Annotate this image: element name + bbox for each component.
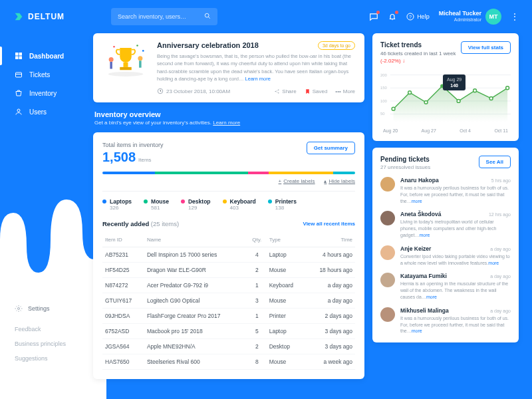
topbar: DELTUM ? Help Micheal Tucker Administrat… [0,0,532,33]
svg-point-2 [392,19,393,20]
saved-button[interactable]: Saved [305,88,328,94]
svg-point-35 [392,107,395,110]
search-box[interactable] [111,8,217,25]
sidebar-item-tickets[interactable]: Tickets [0,65,93,84]
sidebar-item-dashboard[interactable]: Dashboard [0,47,93,65]
get-summary-button[interactable]: Get summary [307,142,355,154]
sidebar-item-settings[interactable]: Settings [15,301,78,317]
svg-point-24 [275,90,277,92]
search-input[interactable] [118,13,204,20]
search-icon[interactable] [204,13,211,21]
ticket-more-link[interactable]: more [426,295,437,299]
svg-point-18 [138,56,142,61]
legend-item: Laptops326 [102,198,132,211]
recent-title: Recently added (25 items) [102,220,179,227]
legend-item: Desktop129 [181,198,211,211]
ticket-trends-card: Ticket trends 46 tickets created in last… [372,33,519,141]
share-button[interactable]: Share [274,88,296,94]
legend-item: Printers138 [268,198,297,211]
svg-text:?: ? [409,15,412,19]
trends-chart: 200 150 100 50 [380,69,511,126]
svg-rect-15 [120,67,132,70]
sidebar-item-inventory[interactable]: Inventory [0,84,93,102]
svg-point-11 [17,109,20,112]
user-menu[interactable]: Micheal Tucker Administrator MT [439,9,501,25]
more-icon: ••• [335,88,340,94]
svg-point-21 [136,45,138,47]
svg-rect-19 [139,61,142,68]
sidebar-link[interactable]: Feedback [15,322,78,336]
ticket-more-link[interactable]: more [412,199,422,203]
table-row[interactable]: HF54D25Dragon War ELE-G90R2Mouse18 hours… [102,263,355,278]
see-all-button[interactable]: See All [479,156,511,168]
more-button[interactable]: ••• More [335,88,355,94]
ticket-item[interactable]: Mikhuseli Malingaa day agoIt was a humor… [380,307,511,334]
sidebar-item-users[interactable]: Users [0,102,93,121]
table-row[interactable]: 09JHDSAFlashForge Creator Pro 20171Print… [102,309,355,324]
avatar[interactable]: MT [485,9,501,25]
ticket-item[interactable]: Aneta Škodová12 hrs agoLiving in today's… [380,211,511,238]
ticket-more-link[interactable]: more [412,329,422,333]
svg-point-37 [424,100,428,104]
ticket-avatar [380,307,395,322]
overflow-menu-icon[interactable]: ⋮ [511,12,519,21]
svg-point-41 [489,97,493,100]
svg-rect-7 [16,57,19,59]
user-role: Administrator [439,17,481,23]
ticket-avatar [380,177,395,192]
inventory-progress-bar [102,172,355,174]
svg-text:50: 50 [380,112,385,116]
svg-rect-9 [16,72,22,77]
ticket-item[interactable]: Anaru Hakopa5 hrs agoIt was a humorously… [380,177,511,204]
ticket-more-link[interactable]: more [419,233,430,237]
svg-point-13 [108,72,144,76]
svg-point-12 [18,308,20,310]
notifications-icon[interactable] [388,12,397,21]
svg-text:200: 200 [380,73,388,77]
help-link[interactable]: ? Help [406,13,430,21]
svg-point-39 [457,99,460,102]
svg-rect-6 [19,53,22,56]
ticket-item[interactable]: Anje Keizera day agoConverter Ipod video… [380,245,511,267]
view-stats-button[interactable]: View full stats [461,41,511,54]
table-row[interactable]: 6752ASDMacbook pro 15' 20185Laptop3 days… [102,324,355,339]
chart-tooltip: Aug 29 140 [443,74,466,90]
anniversary-desc: Being the savage's bowsman, that is, the… [157,53,355,82]
anniversary-time: 23 October 2018, 10:00AM [157,88,230,94]
svg-rect-17 [110,62,112,69]
sidebar-link[interactable]: Business principles [15,336,78,351]
ticket-more-link[interactable]: more [488,261,499,265]
clock-icon [157,88,164,94]
sidebar-link[interactable]: Suggestions [15,351,78,366]
trends-sub: 46 tickets created in last 1 week [380,51,456,57]
ticket-avatar [380,211,395,225]
table-row[interactable]: GTUIY617Logitech G90 Optical3Mousea day … [102,293,355,309]
table-row[interactable]: N874272Acer Predator G9-792 i91Keyboarda… [102,278,355,293]
svg-point-22 [142,50,144,52]
hide-labels-link[interactable]: ▴ Hide labels [324,178,355,184]
user-name: Micheal Tucker [439,10,481,17]
svg-point-25 [278,89,279,90]
ticket-item[interactable]: Katayama Fumikia day agoHernia is an ope… [380,273,511,300]
svg-point-26 [278,92,279,94]
legend-item: Mouse581 [144,198,169,211]
days-badge: 3d days to go [318,41,355,50]
table-row[interactable]: JGSA564Apple MNE92HN/A2Desktop3 days ago [102,339,355,354]
overview-learn-more[interactable]: Learn more [213,120,240,126]
svg-point-42 [506,86,509,90]
svg-line-1 [208,17,210,19]
messages-icon[interactable] [369,12,378,21]
table-row[interactable]: AB75231Dell Inspiron 15 7000 series4Lapt… [102,247,355,263]
svg-point-16 [109,57,114,62]
svg-rect-8 [19,57,22,59]
create-labels-link[interactable]: + Create labels [279,178,315,184]
learn-more-link[interactable]: Learn more [245,76,271,82]
logo: DELTUM [13,11,65,22]
inventory-card: Total items in inventory 1,508Items Get … [93,132,364,379]
inventory-label: Total items in inventory [102,142,164,148]
pending-tickets-card: Pending tickets 27 unresolved issues See… [372,148,519,342]
overview-heading: Inventory overview Get a bird's eye view… [94,110,364,126]
view-all-recent-link[interactable]: View all recent items [303,221,355,227]
svg-point-20 [113,46,115,48]
table-row[interactable]: HAS7650Steelseries Rival 6008Mousea week… [102,354,355,370]
